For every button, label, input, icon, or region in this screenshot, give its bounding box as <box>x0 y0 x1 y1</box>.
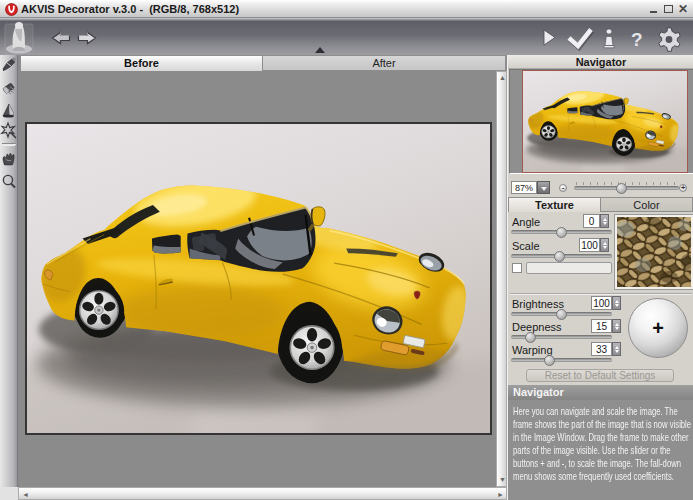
svg-text:?: ? <box>631 29 643 50</box>
